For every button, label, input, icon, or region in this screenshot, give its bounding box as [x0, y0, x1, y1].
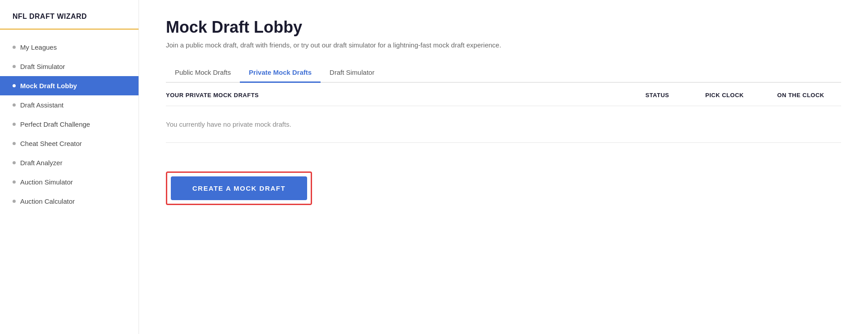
sidebar-item-auction-simulator[interactable]: Auction Simulator: [0, 172, 139, 192]
sidebar-item-my-leagues[interactable]: My Leagues: [0, 38, 139, 57]
sidebar-dot-icon: [13, 142, 16, 145]
tab-public[interactable]: Public Mock Drafts: [166, 63, 240, 83]
sidebar-dot-icon: [13, 103, 16, 107]
empty-state: You currently have no private mock draft…: [166, 106, 841, 143]
tabs-container: Public Mock DraftsPrivate Mock DraftsDra…: [166, 63, 841, 83]
col-pick-clock-header: PICK CLOCK: [689, 92, 760, 98]
sidebar-item-perfect-draft-challenge[interactable]: Perfect Draft Challenge: [0, 115, 139, 134]
sidebar-item-draft-assistant[interactable]: Draft Assistant: [0, 95, 139, 115]
sidebar-item-label: Draft Analyzer: [20, 159, 62, 167]
col-status-header: STATUS: [626, 92, 689, 98]
sidebar-logo: NFL DRAFT WIZARD: [0, 13, 139, 30]
sidebar-item-mock-draft-lobby[interactable]: Mock Draft Lobby: [0, 76, 139, 95]
sidebar-item-cheat-sheet-creator[interactable]: Cheat Sheet Creator: [0, 134, 139, 153]
sidebar-dot-icon: [13, 123, 16, 126]
page-title: Mock Draft Lobby: [166, 18, 841, 37]
col-on-clock-header: ON THE CLOCK: [760, 92, 841, 98]
col-name-header: YOUR PRIVATE MOCK DRAFTS: [166, 92, 626, 98]
sidebar-nav: My LeaguesDraft SimulatorMock Draft Lobb…: [0, 38, 139, 211]
create-mock-draft-button[interactable]: CREATE A MOCK DRAFT: [171, 176, 307, 200]
sidebar-dot-icon: [13, 180, 16, 184]
sidebar-item-label: Perfect Draft Challenge: [20, 120, 90, 128]
sidebar-item-label: Mock Draft Lobby: [20, 82, 77, 90]
sidebar-item-label: Auction Simulator: [20, 178, 73, 186]
sidebar-item-auction-calculator[interactable]: Auction Calculator: [0, 192, 139, 211]
sidebar-item-label: Cheat Sheet Creator: [20, 140, 82, 147]
tab-private[interactable]: Private Mock Drafts: [240, 63, 321, 83]
sidebar-item-draft-simulator[interactable]: Draft Simulator: [0, 57, 139, 76]
empty-state-text: You currently have no private mock draft…: [166, 120, 291, 128]
table-header: YOUR PRIVATE MOCK DRAFTS STATUS PICK CLO…: [166, 83, 841, 106]
sidebar-item-label: My Leagues: [20, 43, 57, 51]
sidebar-dot-icon: [13, 161, 16, 164]
tab-simulator[interactable]: Draft Simulator: [321, 63, 383, 83]
sidebar-dot-icon: [13, 200, 16, 203]
sidebar-item-label: Draft Simulator: [20, 63, 65, 70]
sidebar-item-label: Draft Assistant: [20, 101, 64, 109]
sidebar-item-label: Auction Calculator: [20, 197, 75, 205]
create-button-container: CREATE A MOCK DRAFT: [166, 171, 312, 205]
page-subtitle: Join a public mock draft, draft with fri…: [166, 41, 841, 49]
sidebar-item-draft-analyzer[interactable]: Draft Analyzer: [0, 153, 139, 172]
sidebar: NFL DRAFT WIZARD My LeaguesDraft Simulat…: [0, 0, 139, 334]
sidebar-dot-icon: [13, 84, 16, 87]
sidebar-logo-text: NFL DRAFT WIZARD: [13, 13, 87, 20]
sidebar-dot-icon: [13, 65, 16, 68]
main-content: Mock Draft Lobby Join a public mock draf…: [139, 0, 868, 334]
sidebar-dot-icon: [13, 46, 16, 49]
